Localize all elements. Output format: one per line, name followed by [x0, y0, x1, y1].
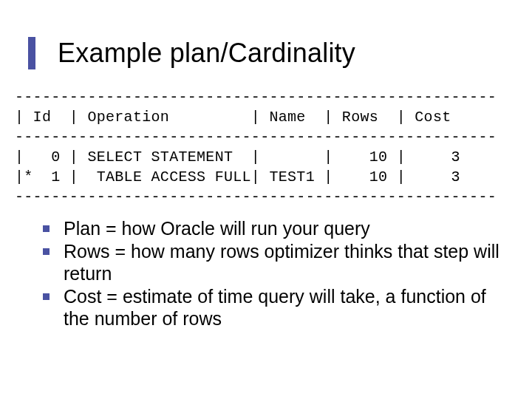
plan-sep-top: ----------------------------------------… [15, 89, 497, 106]
bullet-text: Cost = estimate of time query will take,… [64, 286, 486, 330]
title-row: Example plan/Cardinality [0, 0, 532, 87]
slide-title: Example plan/Cardinality [58, 38, 355, 69]
slide: Example plan/Cardinality ---------------… [0, 0, 532, 399]
bullet-item: Plan = how Oracle will run your query [43, 217, 510, 240]
accent-bar-icon [28, 37, 35, 69]
bullet-text: Plan = how Oracle will run your query [64, 218, 370, 239]
plan-row-0: | 0 | SELECT STATEMENT | | 10 | 3 [15, 149, 460, 166]
bullet-text: Rows = how many rows optimizer thinks th… [64, 241, 499, 284]
execution-plan-block: ----------------------------------------… [0, 87, 532, 207]
plan-sep-mid: ----------------------------------------… [15, 129, 497, 146]
plan-header: | Id | Operation | Name | Rows | Cost [15, 109, 451, 126]
plan-sep-bot: ----------------------------------------… [15, 188, 497, 205]
bullet-item: Cost = estimate of time query will take,… [43, 285, 510, 330]
bullet-list: Plan = how Oracle will run your query Ro… [0, 207, 532, 330]
plan-row-1: |* 1 | TABLE ACCESS FULL| TEST1 | 10 | 3 [15, 168, 460, 185]
bullet-item: Rows = how many rows optimizer thinks th… [43, 240, 510, 285]
